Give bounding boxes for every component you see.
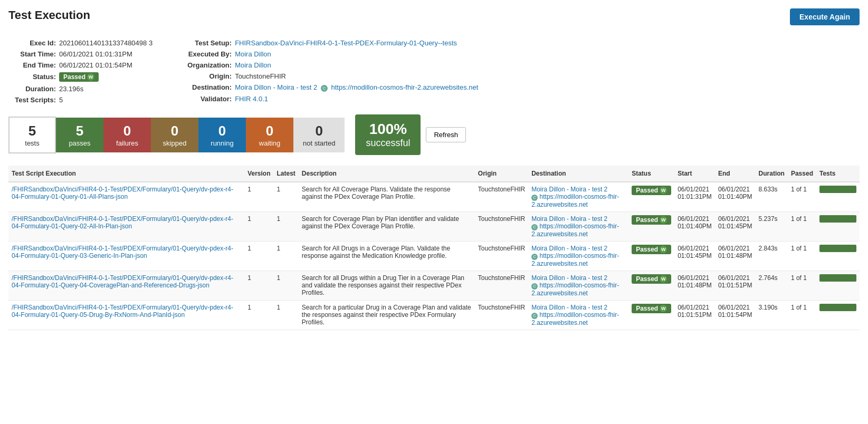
test-progress-bar [819, 274, 856, 282]
dest-name-link[interactable]: Moira Dillon - Moira - test 2 [531, 304, 625, 311]
cell-passed: 1 of 1 [788, 182, 816, 212]
table-row: /FHIRSandbox/DaVinci/FHIR4-0-1-Test/PDEX… [8, 212, 860, 242]
cell-latest: 1 [273, 271, 298, 301]
waiting-label: waiting [259, 139, 280, 147]
test-progress-bar [819, 245, 856, 252]
badge-w-icon: W [660, 187, 667, 194]
duration-value: 23.196s [59, 85, 83, 93]
script-link[interactable]: /FHIRSandbox/DaVinci/FHIR4-0-1-Test/PDEX… [12, 215, 233, 230]
running-label: running [211, 139, 233, 147]
cell-start: 06/01/202101:01:51PM [674, 301, 715, 330]
cell-destination: Moira Dillon - Moira - test 2 C https://… [528, 242, 628, 271]
cell-tests [816, 182, 860, 212]
cell-duration: 2.764s [756, 271, 788, 301]
cell-script: /FHIRSandbox/DaVinci/FHIR4-0-1-Test/PDEX… [8, 301, 244, 330]
passes-label: passes [69, 139, 90, 147]
cell-description: Search for All Coverage Plans. Validate … [299, 182, 475, 212]
cell-status: Passed W [628, 301, 674, 330]
destination-url-link[interactable]: https://modillon-cosmos-fhir-2.azurewebs… [331, 83, 478, 91]
cell-script: /FHIRSandbox/DaVinci/FHIR4-0-1-Test/PDEX… [8, 212, 244, 242]
passes-num: 5 [76, 123, 83, 139]
badge-w-icon: W [660, 216, 667, 224]
dest-url-link[interactable]: https://modillon-cosmos-fhir-2.azurewebs… [531, 223, 619, 238]
cell-start: 06/01/202101:01:31PM [674, 182, 715, 212]
cell-version: 1 [244, 301, 273, 330]
badge-w-icon: W [660, 305, 667, 312]
cell-script: /FHIRSandbox/DaVinci/FHIR4-0-1-Test/PDEX… [8, 242, 244, 271]
cell-description: Search for all Drugs within a Drug Tier … [299, 271, 475, 301]
script-link[interactable]: /FHIRSandbox/DaVinci/FHIR4-0-1-Test/PDEX… [12, 245, 233, 259]
cell-status: Passed W [628, 182, 674, 212]
origin-value: TouchstoneFHIR [235, 72, 286, 80]
test-scripts-value: 5 [59, 96, 63, 104]
cell-version: 1 [244, 242, 273, 271]
col-tests: Tests [816, 166, 860, 182]
col-destination: Destination [528, 166, 628, 182]
success-label: successful [366, 138, 410, 149]
cell-destination: Moira Dillon - Moira - test 2 C https://… [528, 212, 628, 242]
skipped-label: skipped [163, 139, 187, 147]
test-scripts-label: Test Scripts: [8, 96, 56, 104]
dest-icon: C [531, 195, 538, 201]
dest-url-link[interactable]: https://modillon-cosmos-fhir-2.azurewebs… [531, 193, 619, 208]
dest-icon: C [531, 283, 538, 290]
table-row: /FHIRSandbox/DaVinci/FHIR4-0-1-Test/PDEX… [8, 301, 860, 330]
cell-destination: Moira Dillon - Moira - test 2 C https://… [528, 301, 628, 330]
success-box: 100% successful [355, 114, 421, 155]
organization-label: Organization: [184, 61, 232, 69]
cell-origin: TouchstoneFHIR [475, 242, 528, 271]
dest-name-link[interactable]: Moira Dillon - Moira - test 2 [531, 274, 625, 282]
end-time-label: End Time: [8, 61, 56, 69]
dest-icon: C [531, 313, 538, 319]
validator-value[interactable]: FHIR 4.0.1 [235, 95, 268, 103]
col-passed: Passed [788, 166, 816, 182]
refresh-button[interactable]: Refresh [426, 127, 466, 142]
destination-name-link[interactable]: Moira Dillon - Moira - test 2 [235, 83, 317, 91]
test-progress-bar [819, 186, 856, 193]
table-row: /FHIRSandbox/DaVinci/FHIR4-0-1-Test/PDEX… [8, 271, 860, 301]
status-badge: Passed W [632, 245, 671, 254]
table-header-row: Test Script Execution Version Latest Des… [8, 166, 860, 182]
dest-url-link[interactable]: https://modillon-cosmos-fhir-2.azurewebs… [531, 282, 619, 297]
validator-label: Validator: [184, 95, 232, 103]
cell-latest: 1 [273, 242, 298, 271]
not-started-label: not started [303, 139, 335, 147]
execute-again-button[interactable]: Execute Again [790, 8, 860, 25]
cell-latest: 1 [273, 182, 298, 212]
cell-origin: TouchstoneFHIR [475, 212, 528, 242]
page-title: Test Execution [8, 8, 90, 22]
script-link[interactable]: /FHIRSandbox/DaVinci/FHIR4-0-1-Test/PDEX… [12, 304, 233, 319]
cell-tests [816, 301, 860, 330]
dest-name-link[interactable]: Moira Dillon - Moira - test 2 [531, 186, 625, 193]
cell-duration: 8.633s [756, 182, 788, 212]
cell-destination: Moira Dillon - Moira - test 2 C https://… [528, 182, 628, 212]
executed-by-value[interactable]: Moira Dillon [235, 50, 271, 58]
status-badge: Passed W [632, 274, 671, 284]
running-stat: 0 running [198, 118, 246, 152]
total-stat: 5 tests [8, 117, 56, 153]
test-setup-link[interactable]: FHIRSandbox-DaVinci-FHIR4-0-1-Test-PDEX-… [235, 39, 457, 47]
dest-url-link[interactable]: https://modillon-cosmos-fhir-2.azurewebs… [531, 311, 619, 326]
col-latest: Latest [273, 166, 298, 182]
cell-start: 06/01/202101:01:45PM [674, 242, 715, 271]
success-pct: 100% [366, 121, 410, 138]
organization-value[interactable]: Moira Dillon [235, 61, 271, 69]
cell-version: 1 [244, 182, 273, 212]
total-num: 5 [28, 123, 36, 139]
cell-start: 06/01/202101:01:40PM [674, 212, 715, 242]
col-script: Test Script Execution [8, 166, 244, 182]
warning-icon: W [87, 73, 94, 81]
script-link[interactable]: /FHIRSandbox/DaVinci/FHIR4-0-1-Test/PDEX… [12, 186, 233, 200]
cell-origin: TouchstoneFHIR [475, 271, 528, 301]
col-duration: Duration [756, 166, 788, 182]
dest-url-link[interactable]: https://modillon-cosmos-fhir-2.azurewebs… [531, 252, 619, 267]
script-link[interactable]: /FHIRSandbox/DaVinci/FHIR4-0-1-Test/PDEX… [12, 274, 233, 289]
cell-passed: 1 of 1 [788, 212, 816, 242]
cell-status: Passed W [628, 271, 674, 301]
cell-status: Passed W [628, 212, 674, 242]
status-label: Status: [8, 73, 56, 81]
dest-name-link[interactable]: Moira Dillon - Moira - test 2 [531, 215, 625, 223]
dest-name-link[interactable]: Moira Dillon - Moira - test 2 [531, 245, 625, 252]
destination-icon: C [321, 85, 328, 92]
not-started-num: 0 [315, 123, 322, 139]
